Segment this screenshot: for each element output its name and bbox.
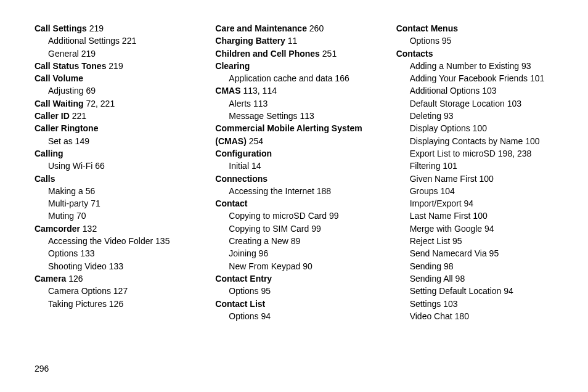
index-page-ref: 56 <box>83 186 95 196</box>
index-subentry-label: Merge with Google <box>410 224 483 234</box>
index-column-2: Care and Maintenance 260Charging Battery… <box>215 22 372 322</box>
index-topic: Contacts <box>396 47 553 60</box>
index-topic: Clearing <box>215 60 372 72</box>
index-page-ref: 198, 238 <box>496 149 531 158</box>
index-topic: Configuration <box>215 147 372 160</box>
index-subentry-label: Displaying Contacts by Name <box>410 136 523 146</box>
index-page-ref: 126 <box>66 274 83 284</box>
index-page-ref: 103 <box>505 99 521 108</box>
index-topic-label: Call Volume <box>35 73 83 83</box>
index-subentry: Given Name First 100 <box>396 173 553 185</box>
index-subentry-label: New From Keypad <box>229 261 300 271</box>
index-page-ref: 94 <box>501 286 513 296</box>
index-subentry-label: Using Wi-Fi <box>48 161 92 171</box>
index-subentry: Setting Default Location 94 <box>396 285 553 297</box>
index-columns: Call Settings 219Additional Settings 221… <box>35 22 553 322</box>
index-subentry: Using Wi-Fi 66 <box>35 160 192 172</box>
index-topic-label: Contact List <box>215 299 265 309</box>
index-page-ref: 89 <box>288 236 300 246</box>
index-subentry-label: Deleting <box>410 111 441 121</box>
index-topic-label: Call Status Tones <box>35 61 106 71</box>
index-subentry: Options 133 <box>35 247 192 259</box>
index-column-3: Contact MenusOptions 95ContactsAdding a … <box>396 22 553 322</box>
index-page-ref: 104 <box>438 186 455 196</box>
index-subentry-label: Sending <box>410 261 441 271</box>
index-page-ref: 72, 221 <box>84 99 115 108</box>
index-subentry-label: General <box>48 49 79 59</box>
index-subentry: Sending All 98 <box>396 272 553 285</box>
index-topic: Contact <box>215 197 372 210</box>
index-subentry-label: Import/Export <box>410 198 462 208</box>
index-topic: Contact Menus <box>396 22 553 35</box>
index-topic-label: Caller Ringtone <box>35 123 98 133</box>
index-subentry-label: Filtering <box>410 161 441 171</box>
index-subentry: New From Keypad 90 <box>215 260 372 272</box>
index-topic-label: Camcorder <box>35 224 80 234</box>
index-subentry-label: Copying to SIM Card <box>229 224 309 234</box>
index-subentry: Making a 56 <box>35 185 192 197</box>
index-subentry: Additional Settings 221 <box>35 35 192 47</box>
index-topic-label: CMAS <box>215 86 240 96</box>
index-subentry: Copying to microSD Card 99 <box>215 210 372 222</box>
index-topic-label: Contact Menus <box>396 23 458 33</box>
index-page-ref: 95 <box>487 248 499 258</box>
index-subentry: Camera Options 127 <box>35 285 192 297</box>
index-subentry: Shooting Video 133 <box>35 260 192 272</box>
index-subentry-label: Copying to microSD Card <box>229 211 327 221</box>
index-subentry: Options 95 <box>396 35 553 47</box>
index-page-ref: 103 <box>441 299 457 309</box>
index-subentry: Multi-party 71 <box>35 197 192 210</box>
index-topic: Charging Battery 11 <box>215 35 372 47</box>
index-topic-label: Commercial Mobile Alerting System (CMAS) <box>215 123 362 145</box>
index-page-ref: 95 <box>450 236 462 246</box>
index-page-ref: 113, 114 <box>241 86 277 96</box>
index-page-ref: 93 <box>519 61 531 71</box>
index-subentry-label: Default Storage Location <box>410 99 505 108</box>
index-page-ref: 251 <box>320 49 337 59</box>
index-page-ref: 221 <box>70 111 86 121</box>
index-subentry-label: Adding a Number to Existing <box>410 61 519 71</box>
index-page-ref: 69 <box>84 86 96 96</box>
index-topic: Caller ID 221 <box>35 110 192 122</box>
index-subentry-label: Accessing the Video Folder <box>48 236 153 246</box>
index-page-ref: 94 <box>482 224 494 234</box>
index-subentry: Filtering 101 <box>396 160 553 172</box>
index-subentry: Sending 98 <box>396 260 553 272</box>
index-subentry: Application cache and data 166 <box>215 72 372 84</box>
index-subentry: Deleting 93 <box>396 110 553 122</box>
index-topic: Commercial Mobile Alerting System (CMAS)… <box>215 122 372 147</box>
index-topic-label: Charging Battery <box>215 36 285 46</box>
index-subentry: Taking Pictures 126 <box>35 298 192 310</box>
index-subentry: Groups 104 <box>396 185 553 197</box>
index-subentry-label: Options <box>229 311 258 321</box>
index-subentry-label: Setting Default Location <box>410 286 502 296</box>
index-subentry: Video Chat 180 <box>396 310 553 322</box>
index-page-ref: 101 <box>440 161 457 171</box>
index-topic-label: Call Waiting <box>35 99 84 108</box>
index-topic: Call Volume <box>35 72 192 84</box>
index-topic: Connections <box>215 173 372 185</box>
index-subentry-label: Last Name First <box>410 211 471 221</box>
index-subentry-label: Adding Your Facebook Friends <box>410 73 528 83</box>
index-page-ref: 100 <box>470 211 487 221</box>
index-subentry-label: Joining <box>229 248 256 258</box>
index-subentry: Alerts 113 <box>215 97 372 110</box>
index-subentry: Initial 14 <box>215 160 372 172</box>
index-topic: Children and Cell Phones 251 <box>215 47 372 60</box>
index-page-ref: 219 <box>87 23 104 33</box>
index-subentry-label: Making a <box>48 186 83 196</box>
index-subentry: Adding Your Facebook Friends 101 <box>396 72 553 84</box>
index-page-ref: 126 <box>107 299 123 309</box>
index-subentry-label: Export List to microSD <box>410 149 496 158</box>
index-subentry-label: Message Settings <box>229 111 297 121</box>
index-page-ref: 133 <box>107 261 123 271</box>
index-subentry: Accessing the Video Folder 135 <box>35 235 192 247</box>
index-subentry-label: Options <box>410 36 439 46</box>
index-subentry: Reject List 95 <box>396 235 553 247</box>
index-topic-label: Caller ID <box>35 111 70 121</box>
index-subentry-label: Accessing the Internet <box>229 186 314 196</box>
index-page-ref: 96 <box>256 248 268 258</box>
index-subentry-label: Application cache and data <box>229 73 332 83</box>
index-topic-label: Connections <box>215 174 267 184</box>
index-column-1: Call Settings 219Additional Settings 221… <box>35 22 192 322</box>
